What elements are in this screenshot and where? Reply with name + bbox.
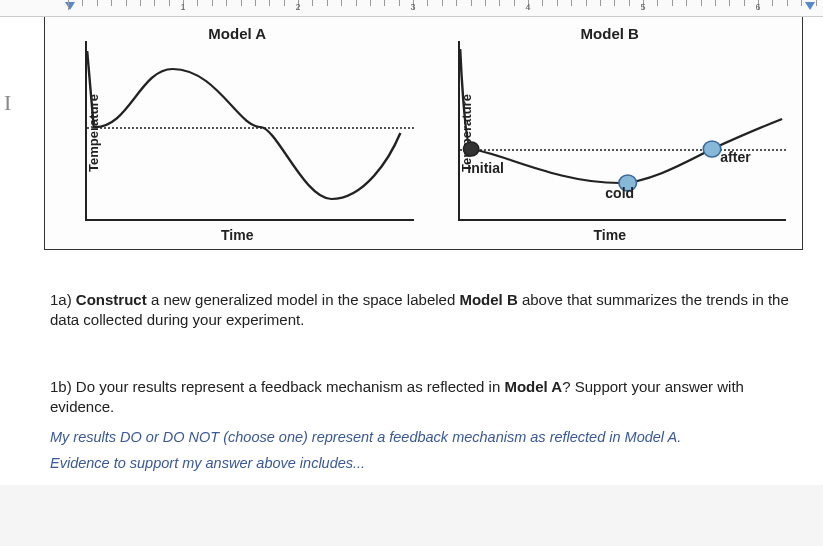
chart-b-title: Model B — [581, 25, 639, 42]
chart-model-a: Model A Temperature Time — [51, 23, 424, 243]
horizontal-ruler: 123456 — [0, 0, 823, 17]
indent-marker-icon[interactable] — [65, 2, 75, 10]
right-indent-marker-icon[interactable] — [805, 2, 815, 10]
chart-b-ann-after: after — [720, 149, 750, 165]
answer-template-2[interactable]: Evidence to support my answer above incl… — [50, 455, 803, 471]
q1a-prefix: 1a) — [50, 291, 72, 308]
chart-b-ann-initial: initial — [467, 160, 504, 176]
ruler-number: 4 — [525, 2, 530, 12]
chart-b-ann-cold: cold — [605, 185, 634, 201]
q1a-text-mid: a new generalized model in the space lab… — [151, 291, 455, 308]
chart-a-axes — [85, 41, 414, 221]
q1b-prefix: 1b) — [50, 378, 72, 395]
ruler-number: 5 — [640, 2, 645, 12]
chart-a-curve — [85, 41, 414, 221]
q1b-model-ref: Model A — [504, 378, 562, 395]
q1b-text-start: Do your results represent a feedback mec… — [76, 378, 500, 395]
question-1b: 1b) Do your results represent a feedback… — [50, 377, 803, 418]
chart-a-xlabel: Time — [221, 227, 253, 243]
ruler-number: 2 — [295, 2, 300, 12]
answer-template-1[interactable]: My results DO or DO NOT (choose one) rep… — [50, 429, 803, 445]
chart-model-b: Model B Temperature initial cold after T… — [424, 23, 797, 243]
text-cursor-icon: I — [4, 90, 11, 116]
page-body: Model A Temperature Time Model B Tempera… — [0, 17, 823, 485]
ruler-number: 1 — [180, 2, 185, 12]
charts-container: Model A Temperature Time Model B Tempera… — [44, 17, 803, 250]
chart-a-title: Model A — [208, 25, 266, 42]
ruler-number: 6 — [755, 2, 760, 12]
chart-b-axes: initial cold after — [458, 41, 787, 221]
ruler-number: 3 — [410, 2, 415, 12]
chart-b-xlabel: Time — [594, 227, 626, 243]
svg-point-2 — [703, 141, 721, 157]
svg-point-0 — [463, 142, 478, 156]
question-1a: 1a) Construct a new generalized model in… — [50, 290, 803, 331]
q1a-model-ref: Model B — [459, 291, 517, 308]
q1a-verb: Construct — [76, 291, 147, 308]
